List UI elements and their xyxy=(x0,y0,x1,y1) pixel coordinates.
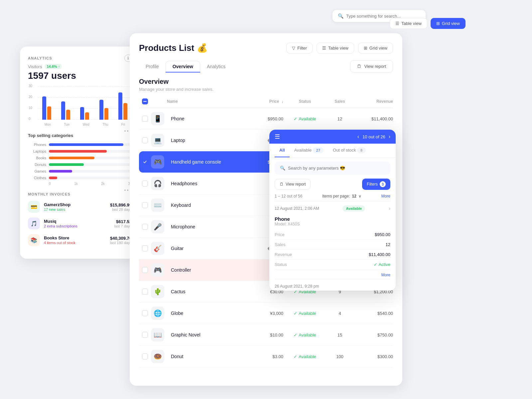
popup-phone-item[interactable]: Phone Model: X450S xyxy=(269,213,396,230)
category-bars: Phones Laptops Books Donuts Games Clothe… xyxy=(28,143,132,180)
invoice-icon-books: 📚 xyxy=(28,234,40,246)
analytics-card: ANALYTICS ℹ Visitors 14.6% ↑ 1597 users … xyxy=(20,47,140,259)
table-row[interactable]: 🌐Globe ¥3,000 ✓ Available 4 $540.00 xyxy=(139,303,393,324)
th-revenue: Revenue xyxy=(353,99,393,104)
overview-title: Overview xyxy=(139,78,393,85)
status-check-icon: ✓ xyxy=(374,262,377,267)
popup-item-name: Phone xyxy=(275,216,300,222)
cat-xaxis: 01k2k3k xyxy=(28,182,132,186)
popup-report-icon: 🗒 xyxy=(280,182,284,187)
popup-more-link[interactable]: More xyxy=(381,194,390,199)
popup-timestamp-2: 26 August 2021, 9:28 pm xyxy=(269,279,396,291)
table-row[interactable]: 🍩Donut $3.00 ✓ Available 100 $300.00 xyxy=(139,346,393,367)
popup-tabs: All Available 27 Out of stock 8 xyxy=(269,144,396,158)
filter-icon: ▽ xyxy=(292,46,295,51)
popup-filters-btn[interactable]: Filters 3 xyxy=(362,179,390,190)
popup-search-icon: 🔍 xyxy=(280,166,285,171)
row-checkbox[interactable] xyxy=(142,310,148,316)
popup-available-badge: Available xyxy=(342,205,365,211)
popup-next-icon[interactable]: › xyxy=(389,134,390,140)
popup-tab-all[interactable]: All xyxy=(275,144,290,157)
report-icon: 🗒 xyxy=(357,64,361,69)
popup-menu-icon[interactable]: ☰ xyxy=(275,133,280,140)
tab-overview[interactable]: Overview xyxy=(166,61,200,72)
popup-top-bar: ☰ ‹ 10 out of 26 › xyxy=(269,130,396,144)
popup-item-sub: Model: X450S xyxy=(275,222,300,226)
filter-btn[interactable]: ▽ Filter xyxy=(286,43,313,54)
select-all-checkbox[interactable] xyxy=(142,98,148,104)
invoice-musiq: 🎵 Musiq 2 extra subscriptions $617.52 la… xyxy=(28,217,132,229)
detail-row-revenue: Revenue $11,400.00 xyxy=(275,250,390,260)
grid-view-products-btn[interactable]: ⊞ Grid view xyxy=(358,43,393,54)
popup-pagination-row: 1 – 12 out of 56 Items per page: 12 ∨ Mo… xyxy=(269,194,396,201)
popup-pagination: ‹ 10 out of 26 › xyxy=(357,134,390,140)
view-report-btn[interactable]: 🗒 View report xyxy=(350,60,393,72)
row-checkbox-checked[interactable] xyxy=(142,159,148,165)
row-checkbox[interactable] xyxy=(142,181,148,187)
row-checkbox[interactable] xyxy=(142,116,148,122)
th-price: Price ↓ xyxy=(250,99,283,104)
row-checkbox[interactable] xyxy=(142,289,148,295)
detail-row-status: Status ✓ Active xyxy=(275,260,390,270)
popup-items-per-page: Items per page: 12 ∨ xyxy=(322,194,361,199)
visitors-badge: 14.6% ↑ xyxy=(45,64,62,69)
popup-detail-more-link[interactable]: More xyxy=(381,273,390,277)
visitors-label: Visitors xyxy=(28,64,42,69)
grid-view-icon: ⊞ xyxy=(364,46,367,51)
popup-items-chevron-icon[interactable]: ∨ xyxy=(358,194,361,199)
detail-row-price: Price $950.00 xyxy=(275,230,390,240)
chart-more-menu[interactable] xyxy=(28,130,132,132)
grid-icon: ⊞ xyxy=(436,21,440,26)
row-checkbox[interactable] xyxy=(142,245,148,251)
bar-chart: 30 20 10 0 Mon Tue Wed Thu Fri xyxy=(28,86,132,126)
invoice-icon-gamerzshop: 💳 xyxy=(28,201,40,213)
row-checkbox[interactable] xyxy=(142,267,148,273)
th-status: Status xyxy=(283,99,327,104)
row-checkbox[interactable] xyxy=(142,332,148,338)
table-row[interactable]: 📱Phone $950.00 ✓ Available 12 $11,400.00 xyxy=(139,108,393,130)
invoices-title: MONTHLY INVOICES xyxy=(28,192,132,196)
grid-view-btn[interactable]: ⊞ Grid view xyxy=(431,18,466,29)
th-name: Name xyxy=(151,99,250,104)
invoice-gamerzshop: 💳 GamerzShop 17 new sales $15,896.99 las… xyxy=(28,201,132,213)
detail-row-sales: Sales 12 xyxy=(275,240,390,250)
popup-detail-table: Price $950.00 Sales 12 Revenue $11,400.0… xyxy=(269,230,396,270)
visitors-count: 1597 users xyxy=(28,70,132,81)
tab-profile[interactable]: Profile xyxy=(139,61,166,72)
search-icon: 🔍 xyxy=(338,13,343,19)
table-row[interactable]: 📖Graphic Novel $10.00 ✓ Available 15 $75… xyxy=(139,324,393,346)
analytics-title: ANALYTICS xyxy=(28,56,52,60)
table-view-btn[interactable]: ☰ Table view xyxy=(390,18,427,29)
table-icon: ☰ xyxy=(395,21,399,26)
products-title: Products List 💰 xyxy=(139,43,207,53)
tab-analytics[interactable]: Analytics xyxy=(200,61,232,72)
popup-search-input[interactable] xyxy=(288,166,385,171)
invoice-icon-musiq: 🎵 xyxy=(28,217,40,229)
overview-subtitle: Manage your store and increase sales. xyxy=(139,87,393,92)
popup-prev-icon[interactable]: ‹ xyxy=(357,134,359,140)
popup-chevron-right-icon[interactable]: › xyxy=(389,205,390,211)
popup-action-row: 🗒 View report Filters 3 xyxy=(269,179,396,194)
popup-tab-out[interactable]: Out of stock 8 xyxy=(328,144,370,157)
row-checkbox[interactable] xyxy=(142,224,148,230)
row-checkbox[interactable] xyxy=(142,202,148,208)
table-view-products-btn[interactable]: ☰ Table view xyxy=(317,43,354,54)
row-checkbox[interactable] xyxy=(142,137,148,143)
top-selling-title: Top selling categories xyxy=(28,133,132,138)
category-more-menu[interactable] xyxy=(28,190,132,191)
table-view-icon: ☰ xyxy=(322,46,326,51)
row-checkbox[interactable] xyxy=(142,353,148,359)
detail-popup: ☰ ‹ 10 out of 26 › All Available 27 Out … xyxy=(269,130,396,291)
svg-rect-0 xyxy=(143,101,147,102)
popup-search-row: 🔍 xyxy=(275,162,390,175)
popup-view-report-btn[interactable]: 🗒 View report xyxy=(275,179,311,190)
th-sales: Sales xyxy=(327,99,353,104)
products-title-emoji: 💰 xyxy=(197,43,207,53)
invoice-books-store: 📚 Books Store 4 items out of stock $40,3… xyxy=(28,234,132,246)
popup-tab-available[interactable]: Available 27 xyxy=(290,144,328,157)
popup-timestamp-1: 12 August 2021, 2:06 AM xyxy=(275,206,319,211)
